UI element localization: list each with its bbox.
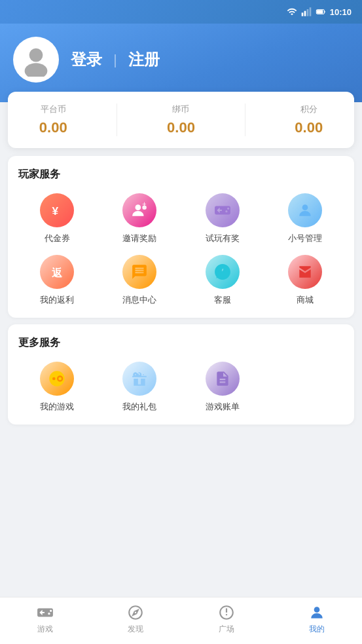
balance-card: 平台币 0.00 绑币 0.00 积分 0.00 (8, 92, 354, 148)
cs-label: 客服 (214, 294, 231, 306)
svg-point-18 (314, 607, 320, 613)
alt-label: 小号管理 (288, 233, 322, 244)
balance-label-platform: 平台币 (41, 104, 66, 115)
svg-text:¥: ¥ (52, 204, 59, 218)
page-content: 平台币 0.00 绑币 0.00 积分 0.00 玩家服务 ¥ 代金券 + (0, 92, 362, 483)
service-item-mygame[interactable]: 我的游戏 (18, 362, 96, 413)
more-service-card: 更多服务 我的游戏 我的礼包 游戏账单 (8, 324, 354, 425)
service-item-mall[interactable]: 商城 (266, 255, 344, 306)
service-item-alt[interactable]: 小号管理 (266, 193, 344, 244)
invite-icon: + (122, 193, 156, 227)
balance-item-points: 积分 0.00 (295, 104, 323, 136)
nav-item-discover[interactable]: 发现 (116, 604, 155, 635)
balance-value-bind: 0.00 (167, 119, 195, 136)
wifi-icon (287, 7, 297, 17)
service-item-bill[interactable]: 游戏账单 (184, 362, 261, 413)
bill-icon (206, 362, 240, 396)
service-item-invite[interactable]: + 邀请奖励 (101, 193, 178, 244)
signal-icon (301, 7, 312, 17)
header-divider: ｜ (109, 51, 122, 69)
status-bar: 10:10 (0, 0, 362, 24)
more-service-title: 更多服务 (18, 336, 344, 350)
svg-rect-6 (317, 10, 323, 13)
svg-rect-5 (324, 11, 325, 13)
status-time: 10:10 (330, 7, 352, 17)
svg-text:返: 返 (52, 267, 63, 278)
player-service-card: 玩家服务 ¥ 代金券 + 邀请奖励 试玩有奖 (8, 156, 354, 318)
square-nav-label: 广场 (219, 624, 234, 635)
avatar-icon (19, 43, 53, 77)
voucher-icon: ¥ (40, 193, 74, 227)
discover-nav-label: 发现 (128, 624, 143, 635)
gift-icon (122, 362, 156, 396)
alt-icon (288, 193, 322, 227)
mall-icon (288, 255, 322, 289)
login-button[interactable]: 登录 (71, 49, 102, 70)
invite-label: 邀请奖励 (122, 233, 156, 244)
balance-divider-1 (117, 104, 117, 136)
battery-icon (316, 7, 326, 17)
voucher-label: 代金券 (45, 233, 70, 244)
trial-label: 试玩有奖 (206, 233, 240, 244)
mygame-label: 我的游戏 (40, 401, 74, 413)
register-button[interactable]: 注册 (128, 49, 160, 70)
cs-icon (206, 255, 240, 289)
svg-rect-3 (309, 7, 311, 16)
player-service-title: 玩家服务 (18, 168, 344, 181)
service-item-cs[interactable]: 客服 (184, 255, 261, 306)
more-service-grid: 我的游戏 我的礼包 游戏账单 (18, 362, 344, 413)
svg-point-17 (58, 377, 62, 381)
bill-label: 游戏账单 (206, 401, 240, 413)
trial-icon (206, 193, 240, 227)
nav-item-mine[interactable]: 我的 (297, 604, 336, 635)
player-service-grid: ¥ 代金券 + 邀请奖励 试玩有奖 小号管理 (18, 193, 344, 306)
nav-item-square[interactable]: 广场 (207, 604, 246, 635)
gift-label: 我的礼包 (122, 401, 156, 413)
rebate-icon: 返 (40, 255, 74, 289)
avatar[interactable] (13, 37, 59, 83)
balance-item-platform: 平台币 0.00 (39, 104, 67, 136)
service-item-trial[interactable]: 试玩有奖 (184, 193, 261, 244)
balance-item-bind: 绑币 0.00 (167, 104, 195, 136)
service-item-gift[interactable]: 我的礼包 (101, 362, 178, 413)
status-icons: 10:10 (287, 7, 352, 17)
mine-nav-icon (308, 604, 325, 621)
games-nav-label: 游戏 (37, 624, 53, 635)
nav-item-games[interactable]: 游戏 (26, 604, 65, 635)
svg-point-13 (302, 204, 308, 210)
service-item-rebate[interactable]: 返 我的返利 (18, 255, 96, 306)
mine-nav-label: 我的 (309, 624, 325, 635)
user-info: 登录 ｜ 注册 (71, 49, 160, 70)
svg-text:+: + (143, 202, 147, 208)
service-item-voucher[interactable]: ¥ 代金券 (18, 193, 96, 244)
discover-nav-icon (127, 604, 144, 621)
balance-divider-2 (245, 104, 245, 136)
svg-rect-1 (304, 11, 306, 16)
message-label: 消息中心 (122, 294, 156, 306)
svg-point-7 (29, 48, 43, 62)
balance-label-points: 积分 (300, 104, 317, 115)
svg-rect-0 (301, 12, 303, 16)
mall-label: 商城 (297, 294, 314, 306)
svg-point-8 (25, 63, 48, 77)
mygame-icon (40, 362, 74, 396)
balance-label-bind: 绑币 (172, 104, 189, 115)
rebate-label: 我的返利 (40, 294, 74, 306)
message-icon (122, 255, 156, 289)
games-nav-icon (37, 604, 54, 621)
balance-value-points: 0.00 (295, 119, 323, 136)
square-nav-icon (218, 604, 235, 621)
header: 登录 ｜ 注册 (0, 24, 362, 102)
svg-point-16 (52, 377, 56, 381)
balance-value-platform: 0.00 (39, 119, 67, 136)
svg-rect-2 (306, 9, 308, 16)
service-item-message[interactable]: 消息中心 (101, 255, 178, 306)
bottom-nav: 游戏 发现 广场 我的 (0, 597, 362, 644)
svg-point-10 (136, 204, 141, 210)
